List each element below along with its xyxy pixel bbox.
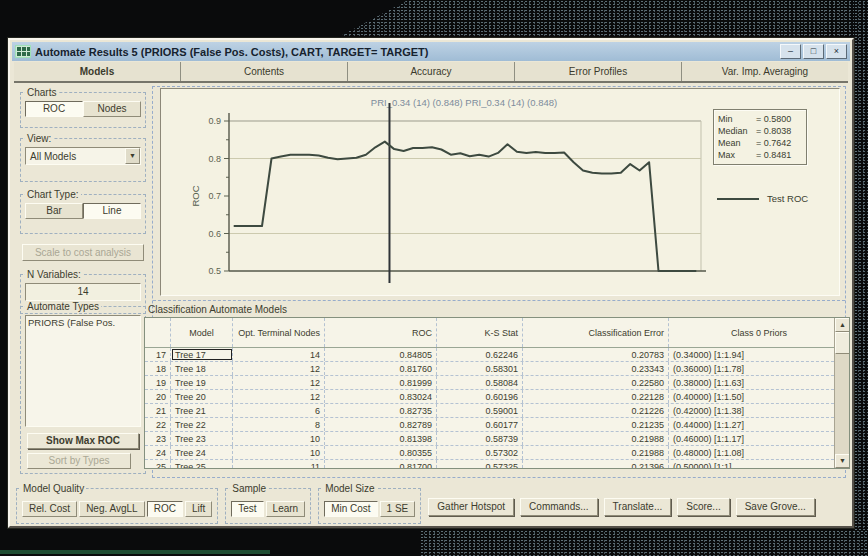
automate-types-list[interactable]: PRIORS (False Pos. [25,315,141,427]
line-chart-type-button[interactable]: Line [83,203,141,219]
tab-contents[interactable]: Contents [180,62,347,81]
save-grove-button[interactable]: Save Grove... [736,498,815,516]
cell-roc[interactable]: 0.84805 [325,348,437,361]
cell-err[interactable]: 0.21396 [523,460,669,469]
cell-ks[interactable]: 0.60196 [437,390,523,403]
cell-num[interactable]: 23 [145,432,171,445]
tab-accuracy[interactable]: Accuracy [347,62,514,81]
gather-hotspot-button[interactable]: Gather Hotspot [428,498,514,516]
cell-roc[interactable]: 0.80355 [325,446,437,459]
cell-err[interactable]: 0.22580 [523,376,669,389]
cell-roc[interactable]: 0.82789 [325,418,437,431]
cell-model[interactable]: Tree 25 [171,460,233,469]
chevron-down-icon[interactable]: ▼ [125,148,140,164]
cell-err[interactable]: 0.21226 [523,404,669,417]
roc-chart-button[interactable]: ROC [25,101,83,117]
table-row[interactable]: 17Tree 17140.848050.622460.20783(0.34000… [145,348,849,362]
cell-ks[interactable]: 0.60177 [437,418,523,431]
minimize-button[interactable]: – [780,44,801,59]
cell-model[interactable]: Tree 21 [171,404,233,417]
cell-nodes[interactable]: 14 [233,348,325,361]
cell-ks[interactable]: 0.58301 [437,362,523,375]
cell-num[interactable]: 18 [145,362,171,375]
nodes-chart-button[interactable]: Nodes [83,101,141,117]
cell-pri[interactable]: (0.40000) [1:1.50] [669,390,849,403]
cell-model[interactable]: Tree 17 [171,348,233,361]
tab-error-profiles[interactable]: Error Profiles [514,62,681,81]
cell-nodes[interactable]: 12 [233,376,325,389]
lift-button[interactable]: Lift [185,501,212,517]
cell-nodes[interactable]: 10 [233,432,325,445]
cell-roc[interactable]: 0.81700 [325,460,437,469]
table-row[interactable]: 20Tree 20120.830240.601960.22128(0.40000… [145,390,849,404]
cell-model[interactable]: Tree 20 [171,390,233,403]
cell-num[interactable]: 21 [145,404,171,417]
cell-nodes[interactable]: 10 [233,446,325,459]
cell-model[interactable]: Tree 18 [171,362,233,375]
cell-pri[interactable]: (0.34000) [1:1.94] [669,348,849,361]
roc-button[interactable]: ROC [147,501,183,517]
cell-pri[interactable]: (0.46000) [1:1.17] [669,432,849,445]
maximize-button[interactable]: □ [803,44,824,59]
cell-pri[interactable]: (0.42000) [1:1.38] [669,404,849,417]
cell-roc[interactable]: 0.81398 [325,432,437,445]
cell-pri[interactable]: (0.50000) [1:1] [669,460,849,469]
cell-err[interactable]: 0.20783 [523,348,669,361]
scroll-down-icon[interactable]: ▼ [835,454,850,468]
cell-err[interactable]: 0.21988 [523,446,669,459]
cell-num[interactable]: 24 [145,446,171,459]
cell-ks[interactable]: 0.57325 [437,460,523,469]
close-button[interactable]: × [826,44,847,59]
table-row[interactable]: 21Tree 2160.827350.590010.21226(0.42000)… [145,404,849,418]
cell-num[interactable]: 20 [145,390,171,403]
tab-var-imp-averaging[interactable]: Var. Imp. Averaging [681,62,848,81]
cell-ks[interactable]: 0.58084 [437,376,523,389]
table-row[interactable]: 25Tree 25110.817000.573250.21396(0.50000… [145,460,849,469]
translate-button[interactable]: Translate... [604,498,672,516]
cell-nodes[interactable]: 12 [233,362,325,375]
cell-ks[interactable]: 0.62246 [437,348,523,361]
cell-model[interactable]: Tree 23 [171,432,233,445]
cell-err[interactable]: 0.22128 [523,390,669,403]
cell-nodes[interactable]: 6 [233,404,325,417]
cell-nodes[interactable]: 12 [233,390,325,403]
cell-model[interactable]: Tree 19 [171,376,233,389]
title-bar[interactable]: Automate Results 5 (PRIORS (False Pos. C… [12,42,850,61]
cell-num[interactable]: 19 [145,376,171,389]
cell-pri[interactable]: (0.48000) [1:1.08] [669,446,849,459]
cell-err[interactable]: 0.21235 [523,418,669,431]
bar-chart-type-button[interactable]: Bar [25,203,83,219]
show-max-roc-button[interactable]: Show Max ROC [27,433,139,449]
cell-ks[interactable]: 0.58739 [437,432,523,445]
cell-model[interactable]: Tree 24 [171,446,233,459]
score-button[interactable]: Score... [677,498,729,516]
commands-button[interactable]: Commands... [520,498,597,516]
tab-models[interactable]: Models [14,62,180,81]
cell-nodes[interactable]: 11 [233,460,325,469]
table-row[interactable]: 24Tree 24100.803550.573020.21988(0.48000… [145,446,849,460]
cell-err[interactable]: 0.23343 [523,362,669,375]
cell-num[interactable]: 17 [145,348,171,361]
test-button[interactable]: Test [231,501,263,517]
cell-roc[interactable]: 0.82735 [325,404,437,417]
cell-ks[interactable]: 0.59001 [437,404,523,417]
cell-model[interactable]: Tree 22 [171,418,233,431]
table-row[interactable]: 23Tree 23100.813980.587390.21988(0.46000… [145,432,849,446]
cell-pri[interactable]: (0.44000) [1:1.27] [669,418,849,431]
cell-pri[interactable]: (0.38000) [1:1.63] [669,376,849,389]
cell-roc[interactable]: 0.81760 [325,362,437,375]
view-dropdown[interactable]: All Models ▼ [25,147,141,165]
cell-num[interactable]: 25 [145,460,171,469]
table-row[interactable]: 19Tree 19120.819990.580840.22580(0.38000… [145,376,849,390]
table-row[interactable]: 22Tree 2280.827890.601770.21235(0.44000)… [145,418,849,432]
cell-roc[interactable]: 0.83024 [325,390,437,403]
vertical-scrollbar[interactable]: ▲ ▼ [834,318,849,468]
list-item[interactable]: PRIORS (False Pos. [26,316,140,329]
1-se-button[interactable]: 1 SE [380,501,416,517]
min-cost-button[interactable]: Min Cost [324,501,377,517]
cell-num[interactable]: 22 [145,418,171,431]
neg-avgll-button[interactable]: Neg. AvgLL [79,501,145,517]
rel-cost-button[interactable]: Rel. Cost [22,501,77,517]
cell-roc[interactable]: 0.81999 [325,376,437,389]
learn-button[interactable]: Learn [266,501,306,517]
